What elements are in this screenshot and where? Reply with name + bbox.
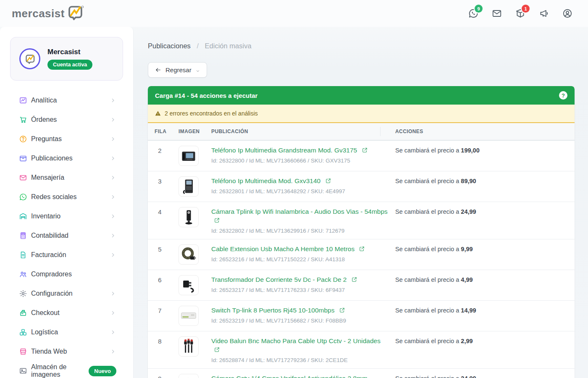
help-icon (19, 135, 27, 143)
account-avatar (19, 48, 40, 69)
table-header: FILA IMAGEN PUBLICACIÓN ACCIONES (148, 123, 575, 141)
logo-text: mercasist (12, 7, 65, 20)
publication-link[interactable]: Cámara Cctv 1/4 Cmos Varifocal Antivandá… (211, 374, 390, 378)
chevron-right-icon (110, 97, 116, 104)
sidebar-item-label: Preguntas (31, 135, 62, 143)
publication-meta: Id: 26322802 / Id ML: MLV713629916 / SKU… (211, 228, 390, 234)
publication-link[interactable]: Video Balun Bnc Macho Para Cable Utp Cct… (211, 336, 390, 354)
sidebar-item-facturacion[interactable]: Facturación (0, 245, 133, 265)
new-price: 2,99 (461, 338, 472, 344)
chevron-right-icon (110, 290, 116, 297)
sidebar-item-ordenes[interactable]: Órdenes (0, 110, 133, 129)
sidebar-item-label: Checkout (31, 309, 60, 317)
publication-link[interactable]: Transformador De Corriente 5v Dc - Pack … (211, 275, 390, 284)
image-icon (19, 367, 27, 375)
sidebar-item-inventario[interactable]: Inventario (0, 207, 133, 226)
sidebar-item-configuracion[interactable]: Configuración (0, 284, 133, 303)
publication-link[interactable]: Switch Tp-link 8 Puertos Rj45 10-100mbps (211, 306, 390, 315)
breadcrumb-parent[interactable]: Publicaciones (148, 42, 191, 50)
new-price: 14,99 (461, 307, 476, 314)
megaphone-icon[interactable] (538, 8, 549, 19)
publication-link[interactable]: Cable Extension Usb Macho A Hembre 10 Me… (211, 244, 390, 253)
chevron-right-icon (110, 348, 116, 355)
back-button-label: Regresar (165, 66, 192, 74)
external-link-icon (362, 147, 368, 153)
new-price: 24,99 (461, 208, 476, 215)
row-number: 3 (148, 176, 172, 197)
external-link-icon (359, 245, 365, 252)
external-link-icon (351, 276, 357, 282)
profile-icon[interactable] (562, 8, 573, 19)
sidebar-item-redes-sociales[interactable]: Redes sociales (0, 187, 133, 207)
ip-phone-thumbnail (178, 176, 199, 197)
sidebar-item-analitica[interactable]: Analítica (0, 91, 133, 110)
sidebar-item-label: Órdenes (31, 116, 57, 123)
account-name: Mercasist (47, 48, 92, 56)
publication-meta: Id: 26523217 / Id ML: MLV717176233 / SKU… (211, 287, 390, 293)
action-text: Se cambiará el precio a 24,99 (395, 374, 575, 378)
sidebar-item-publicaciones[interactable]: Publicaciones (0, 149, 133, 168)
balun-thumbnail (178, 336, 199, 357)
app-logo[interactable]: mercasist (12, 4, 84, 23)
table-row: 6 Transformador De Corriente 5v Dc - Pac… (148, 270, 575, 301)
dome-cam-thumbnail (178, 374, 199, 378)
chevron-right-icon (110, 252, 116, 258)
table-body: 2 Teléfono Ip Multimedia Grandstream Mod… (148, 141, 575, 378)
chevron-right-icon (110, 310, 116, 316)
whatsapp-icon (19, 193, 27, 201)
panel-header: Carga #14 - 54 acciones a ejecutar ? (148, 86, 575, 105)
new-price: 24,99 (461, 375, 476, 378)
sidebar-item-contabilidad[interactable]: Contabilidad (0, 226, 133, 245)
cable-coil-thumbnail (178, 244, 199, 265)
topbar-icons: 9 1 (468, 8, 573, 19)
sidebar-item-label: Almacén de imagenes (31, 363, 83, 378)
sidebar-item-preguntas[interactable]: Preguntas (0, 129, 133, 149)
sidebar-item-mensajeria[interactable]: Mensajería (0, 168, 133, 187)
switch-thumbnail (178, 306, 199, 326)
help-icon[interactable]: ? (559, 91, 567, 100)
publication-meta: Id: 26523219 / Id ML: MLV717156682 / SKU… (211, 318, 390, 324)
external-link-icon (214, 346, 220, 352)
adapter-thumbnail (178, 275, 199, 295)
whatsapp-icon[interactable]: 9 (468, 8, 479, 19)
publication-link[interactable]: Teléfono Ip Multimedia Grandstream Mod. … (211, 146, 390, 155)
external-link-icon (339, 307, 345, 313)
sidebar-item-checkout[interactable]: Checkout (0, 303, 133, 323)
sidebar-item-logistica[interactable]: Logística (0, 323, 133, 342)
table-row: 3 Teléfono Ip Multimedia Mod. Gxv3140 Id… (148, 171, 575, 202)
breadcrumb-separator: / (192, 42, 203, 50)
sidebar-item-compradores[interactable]: Compradores (0, 265, 133, 284)
store-icon (19, 347, 27, 356)
chevron-right-icon (110, 194, 116, 200)
logo-mark-icon (66, 4, 84, 23)
action-text: Se cambiará el precio a 199,00 (395, 146, 575, 166)
sidebar-item-label: Tienda Web (31, 348, 67, 355)
package-icon[interactable]: 1 (515, 8, 526, 19)
row-number: 2 (148, 146, 172, 166)
sidebar: Mercasist Cuenta activa Analítica Órdene… (0, 27, 134, 378)
sidebar-item-label: Mensajería (31, 174, 64, 181)
action-text: Se cambiará el precio a 2,99 (395, 336, 575, 363)
chevron-right-icon (110, 213, 116, 220)
column-header-acciones: ACCIONES (395, 123, 575, 140)
external-link-icon (325, 177, 331, 184)
publication-meta: Id: 26528874 / Id ML: MLV717279236 / SKU… (211, 357, 390, 363)
sidebar-item-label: Inventario (31, 213, 60, 220)
mail-icon[interactable] (491, 8, 502, 19)
row-number: 5 (148, 244, 172, 265)
publication-link[interactable]: Cámara Tplink Ip Wifi Inalambrica - Audi… (211, 207, 390, 225)
gear-icon (19, 289, 27, 298)
chevron-down-icon (195, 68, 200, 73)
row-number: 6 (148, 275, 172, 295)
chevron-right-icon (110, 174, 116, 181)
account-card[interactable]: Mercasist Cuenta activa (10, 37, 123, 81)
action-text: Se cambiará el precio a 24,99 (395, 207, 575, 234)
table-row: 8 Video Balun Bnc Macho Para Cable Utp C… (148, 331, 575, 369)
new-price: 89,90 (461, 178, 476, 184)
back-button[interactable]: Regresar (148, 62, 207, 78)
breadcrumb-current: Edición masiva (205, 42, 252, 50)
publication-link[interactable]: Teléfono Ip Multimedia Mod. Gxv3140 (211, 176, 390, 185)
sidebar-item-tienda-web[interactable]: Tienda Web (0, 342, 133, 361)
sidebar-item-almacen-de-imagenes[interactable]: Almacén de imagenes Nuevo (0, 361, 133, 378)
chevron-right-icon (110, 232, 116, 239)
